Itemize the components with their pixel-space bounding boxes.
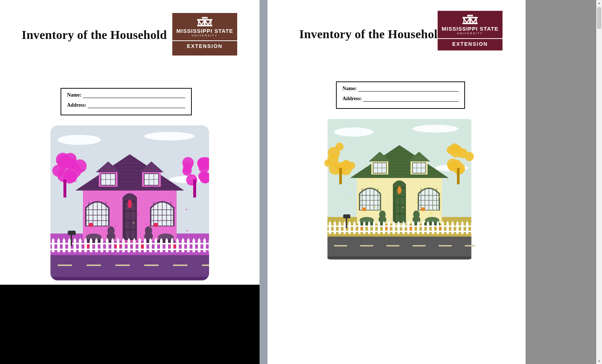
svg-rect-131 — [90, 240, 92, 252]
address-label: Address: — [67, 102, 86, 108]
logo-brand-line: MISSISSIPPI STATE — [442, 26, 498, 32]
scroll-up-arrow-icon[interactable]: ▲ — [596, 0, 602, 6]
svg-rect-370 — [346, 217, 347, 228]
svg-text:STATE: STATE — [202, 18, 208, 20]
house-svg-pink — [50, 125, 209, 280]
svg-point-6 — [144, 132, 195, 141]
address-input-line[interactable] — [88, 103, 185, 108]
page-title: Inventory of the Household — [299, 27, 444, 41]
address-row: Address: — [342, 96, 459, 102]
svg-rect-318 — [353, 223, 355, 234]
svg-point-373 — [447, 179, 449, 181]
page-gutter — [260, 0, 267, 364]
comparison-workspace: Inventory of the Household STATE MISSISS… — [0, 0, 602, 364]
m-state-icon: STATE — [196, 17, 213, 28]
svg-point-230 — [454, 145, 461, 152]
msu-extension-logo: STATE MISSISSIPPI STATE UNIVERSITY EXTEN… — [438, 11, 503, 50]
scroll-down-arrow-icon[interactable]: ▼ — [596, 358, 602, 364]
svg-rect-320 — [358, 223, 360, 234]
svg-rect-358 — [451, 223, 453, 234]
svg-point-183 — [186, 230, 188, 231]
svg-rect-312 — [338, 223, 341, 234]
svg-rect-75 — [125, 231, 130, 239]
svg-point-381 — [351, 185, 353, 186]
svg-rect-167 — [187, 240, 190, 252]
svg-rect-334 — [393, 223, 395, 234]
svg-point-96 — [153, 223, 158, 227]
svg-point-278 — [362, 207, 367, 211]
vertical-scrollbar[interactable]: ▲ ▼ — [596, 0, 602, 364]
svg-point-181 — [75, 181, 76, 182]
svg-rect-356 — [447, 223, 449, 234]
svg-text:STATE: STATE — [467, 15, 473, 18]
svg-rect-13 — [144, 265, 159, 266]
svg-rect-161 — [171, 240, 173, 252]
document-page-right: Inventory of the Household STATE MISSISS… — [267, 0, 526, 364]
svg-rect-338 — [402, 223, 404, 234]
svg-rect-76 — [131, 231, 135, 239]
svg-rect-179 — [71, 234, 72, 246]
svg-point-185 — [186, 209, 187, 210]
name-input-line[interactable] — [358, 86, 459, 92]
address-input-line[interactable] — [363, 96, 459, 102]
svg-rect-163 — [176, 240, 179, 252]
svg-point-28 — [52, 165, 64, 177]
svg-rect-360 — [456, 223, 459, 234]
svg-rect-200 — [327, 237, 471, 256]
svg-rect-267 — [400, 214, 404, 222]
svg-point-374 — [375, 178, 376, 179]
svg-rect-266 — [395, 214, 399, 222]
svg-rect-362 — [461, 223, 463, 234]
svg-rect-123 — [68, 240, 71, 252]
svg-point-232 — [447, 159, 459, 170]
svg-rect-11 — [87, 265, 101, 266]
logo-extension-line: EXTENSION — [172, 40, 237, 51]
svg-rect-119 — [57, 240, 60, 252]
svg-point-87 — [88, 223, 93, 227]
svg-point-372 — [374, 207, 376, 208]
svg-rect-204 — [412, 245, 425, 247]
svg-rect-178 — [50, 249, 209, 250]
svg-rect-207 — [327, 256, 471, 259]
svg-point-190 — [146, 223, 147, 225]
logo-box: STATE MISSISSIPPI STATE UNIVERSITY EXTEN… — [172, 13, 237, 56]
scrollbar-thumb[interactable] — [597, 7, 601, 29]
svg-rect-16 — [50, 277, 209, 280]
svg-point-268 — [402, 207, 404, 208]
house-illustration — [50, 125, 209, 280]
svg-point-376 — [439, 196, 440, 197]
svg-rect-314 — [344, 223, 346, 234]
svg-rect-165 — [182, 240, 184, 252]
svg-rect-344 — [417, 223, 419, 234]
svg-rect-316 — [349, 223, 351, 234]
svg-rect-328 — [378, 223, 380, 234]
svg-point-380 — [372, 179, 373, 181]
svg-rect-203 — [386, 245, 399, 247]
name-input-line[interactable] — [83, 93, 185, 98]
svg-rect-29 — [63, 179, 66, 197]
svg-rect-147 — [133, 240, 136, 252]
svg-rect-265 — [400, 206, 404, 213]
svg-rect-342 — [412, 223, 414, 234]
svg-rect-151 — [144, 240, 146, 252]
address-row: Address: — [67, 102, 185, 108]
svg-rect-264 — [395, 206, 399, 213]
svg-rect-368 — [327, 226, 471, 227]
svg-rect-340 — [407, 223, 410, 234]
svg-point-41 — [199, 163, 209, 173]
svg-point-287 — [421, 207, 425, 211]
svg-rect-157 — [160, 240, 163, 252]
svg-rect-73 — [125, 221, 130, 229]
svg-rect-308 — [329, 223, 331, 234]
svg-rect-74 — [131, 221, 135, 229]
svg-point-197 — [412, 125, 458, 133]
svg-rect-117 — [52, 240, 54, 252]
svg-rect-322 — [363, 223, 365, 234]
logo-brand-line: MISSISSIPPI STATE — [176, 28, 233, 34]
svg-rect-332 — [388, 223, 390, 234]
svg-point-378 — [416, 202, 418, 203]
svg-rect-180 — [68, 231, 76, 235]
svg-rect-366 — [471, 223, 473, 234]
svg-point-26 — [67, 164, 81, 178]
logo-extension-line: EXTENSION — [438, 38, 503, 49]
